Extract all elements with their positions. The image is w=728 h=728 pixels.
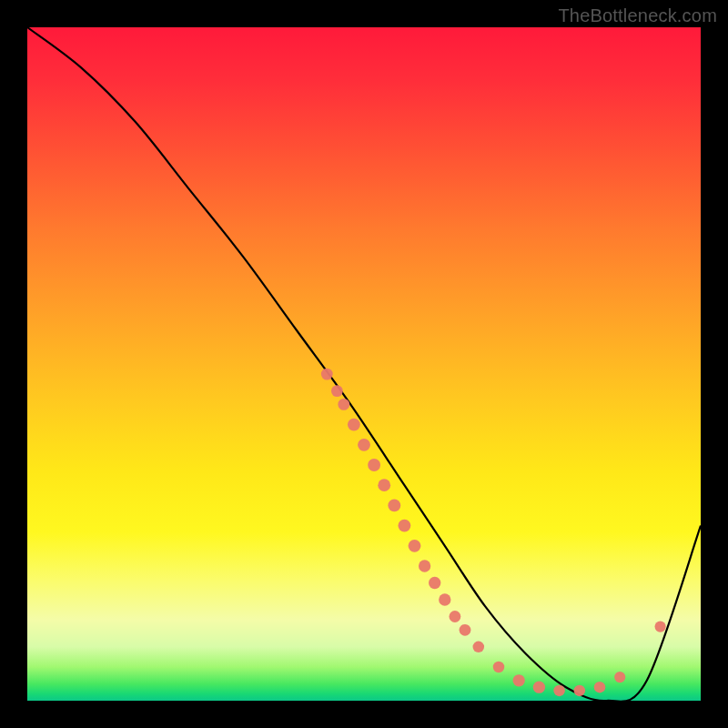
data-point — [439, 593, 450, 605]
data-point — [449, 611, 460, 622]
data-point — [321, 369, 333, 380]
data-point — [378, 479, 390, 491]
data-point — [409, 540, 421, 552]
data-point — [358, 439, 370, 451]
watermark-label: TheBottleneck.com — [558, 5, 717, 26]
data-point — [429, 577, 440, 589]
plot-area — [27, 27, 701, 701]
marker-group — [321, 369, 666, 696]
data-point — [553, 685, 565, 697]
data-point — [655, 622, 666, 632]
curve-group — [27, 27, 701, 701]
data-point — [338, 399, 349, 410]
data-point — [594, 682, 606, 693]
data-point — [368, 459, 380, 471]
data-point — [473, 642, 485, 653]
curve-svg — [27, 27, 701, 701]
data-point — [574, 685, 586, 697]
bottleneck-curve — [27, 27, 701, 701]
data-point — [331, 385, 343, 397]
data-point — [348, 419, 360, 431]
data-point — [614, 672, 625, 682]
data-point — [419, 560, 430, 571]
data-point — [388, 499, 400, 511]
data-point — [533, 682, 545, 693]
data-point — [398, 520, 410, 532]
chart-container: TheBottleneck.com — [0, 0, 728, 728]
data-point — [493, 662, 505, 673]
data-point — [513, 674, 525, 686]
data-point — [460, 624, 471, 636]
